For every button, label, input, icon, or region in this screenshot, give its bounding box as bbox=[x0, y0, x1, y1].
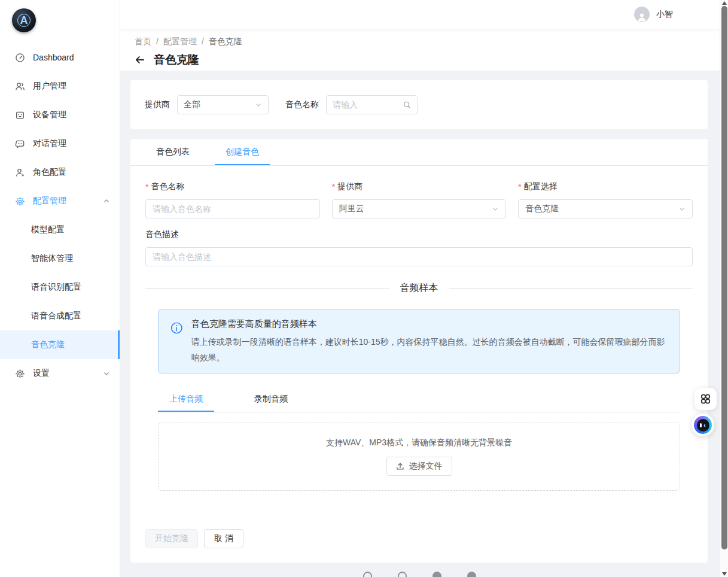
audio-sample-title: 音频样本 bbox=[400, 282, 438, 294]
provider-filter-label: 提供商 bbox=[145, 99, 170, 110]
voice-name-input[interactable] bbox=[153, 204, 313, 214]
voice-name-label: 音色名称 bbox=[151, 181, 184, 192]
assistant-robot-icon: ‹ bbox=[694, 416, 712, 434]
footer-icon-2[interactable] bbox=[398, 572, 407, 577]
chat-icon bbox=[15, 139, 25, 149]
required-mark: * bbox=[145, 182, 148, 192]
sidebar-item-users[interactable]: 用户管理 bbox=[0, 72, 120, 101]
provider-filter-value: 全部 bbox=[184, 99, 200, 110]
voice-name-field bbox=[145, 199, 320, 218]
users-icon bbox=[15, 81, 25, 92]
provider-select[interactable]: 阿里云 bbox=[332, 199, 507, 218]
chevron-down-icon bbox=[103, 370, 110, 377]
gear-icon bbox=[15, 369, 25, 379]
back-button[interactable] bbox=[135, 54, 145, 65]
config-select[interactable]: 音色克隆 bbox=[518, 199, 693, 218]
sidebar-item-label: Dashboard bbox=[33, 53, 110, 62]
logo-a-icon: A bbox=[17, 14, 31, 27]
sidebar-subitem-tts-config[interactable]: 语音合成配置 bbox=[0, 302, 120, 330]
sidebar-item-dashboard[interactable]: Dashboard bbox=[0, 43, 120, 72]
upload-icon bbox=[396, 462, 404, 470]
topbar: 小智 bbox=[120, 0, 720, 29]
sidebar-subitem-label: 音色克隆 bbox=[31, 339, 65, 350]
sidebar-item-roles[interactable]: 角色配置 bbox=[0, 158, 120, 187]
voice-name-filter-label: 音色名称 bbox=[285, 99, 319, 110]
choose-file-label: 选择文件 bbox=[409, 461, 443, 472]
breadcrumb-separator: / bbox=[156, 37, 159, 47]
main-tabs: 音色列表 创建音色 bbox=[130, 139, 708, 166]
dashboard-icon bbox=[15, 53, 25, 63]
sidebar-item-label: 对话管理 bbox=[33, 138, 110, 149]
sidebar-item-label: 配置管理 bbox=[33, 196, 95, 206]
required-mark: * bbox=[518, 182, 521, 192]
voice-name-search-box bbox=[326, 95, 418, 114]
sidebar-item-devices[interactable]: 设备管理 bbox=[0, 101, 120, 129]
config-select-value: 音色克隆 bbox=[525, 204, 559, 214]
sidebar-subitem-asr-config[interactable]: 语音识别配置 bbox=[0, 273, 120, 302]
sidebar-subitem-label: 模型配置 bbox=[31, 224, 65, 235]
sidebar-subitem-agent-management[interactable]: 智能体管理 bbox=[0, 244, 120, 273]
config-select-label: 配置选择 bbox=[524, 181, 558, 192]
sidebar: A Dashboard 用户管理 设备管理 对话管理 角色配置 bbox=[0, 0, 120, 577]
scrollbar-thumb[interactable] bbox=[721, 6, 727, 549]
sidebar-subitem-label: 智能体管理 bbox=[31, 253, 73, 264]
provider-filter-select[interactable]: 全部 bbox=[177, 95, 269, 114]
assistant-robot-button[interactable]: ‹ bbox=[692, 414, 714, 436]
tab-record-audio[interactable]: 录制音频 bbox=[243, 387, 299, 412]
chevron-up-icon bbox=[103, 198, 110, 205]
alert-title: 音色克隆需要高质量的音频样本 bbox=[191, 318, 668, 330]
sidebar-subitem-label: 语音识别配置 bbox=[31, 282, 81, 293]
sidebar-item-config-management[interactable]: 配置管理 bbox=[0, 187, 120, 215]
upload-hint: 支持WAV、MP3格式，请确保音频清晰无背景噪音 bbox=[326, 438, 512, 448]
footer-icon-1[interactable] bbox=[363, 572, 372, 577]
sidebar-subitem-label: 语音合成配置 bbox=[31, 311, 81, 321]
page-header: 首页 / 配置管理 / 音色克隆 音色克隆 bbox=[120, 29, 720, 71]
chevron-down-icon bbox=[492, 205, 499, 212]
scroll-up-arrow[interactable] bbox=[722, 1, 727, 5]
apps-grid-button[interactable] bbox=[695, 388, 717, 410]
sidebar-item-label: 设置 bbox=[33, 368, 95, 379]
description-input[interactable] bbox=[153, 252, 686, 262]
create-voice-form: * 音色名称 * 提供商 阿里云 bbox=[130, 166, 708, 548]
app-logo[interactable]: A bbox=[12, 8, 36, 32]
start-clone-button[interactable]: 开始克隆 bbox=[145, 529, 198, 548]
arrow-left-icon bbox=[135, 54, 145, 65]
user-menu[interactable]: 小智 bbox=[634, 7, 673, 22]
breadcrumb-separator: / bbox=[202, 37, 204, 47]
breadcrumb: 首页 / 配置管理 / 音色克隆 bbox=[135, 37, 720, 47]
breadcrumb-home[interactable]: 首页 bbox=[135, 37, 151, 47]
voice-name-search-input[interactable] bbox=[333, 100, 403, 110]
scrollbar[interactable] bbox=[720, 0, 728, 577]
sidebar-item-label: 角色配置 bbox=[33, 167, 110, 178]
tab-upload-audio[interactable]: 上传音频 bbox=[158, 387, 214, 412]
avatar bbox=[634, 7, 650, 22]
footer-icon-3[interactable] bbox=[432, 572, 441, 577]
audio-sample-divider: 音频样本 bbox=[145, 282, 693, 294]
breadcrumb-current: 音色克隆 bbox=[209, 37, 242, 47]
user-add-icon bbox=[15, 168, 25, 178]
sidebar-item-settings[interactable]: 设置 bbox=[0, 359, 120, 388]
audio-source-tabs: 上传音频 录制音频 bbox=[158, 387, 680, 412]
tab-voice-list[interactable]: 音色列表 bbox=[145, 139, 200, 165]
search-icon[interactable] bbox=[403, 101, 411, 109]
breadcrumb-config-management[interactable]: 配置管理 bbox=[163, 37, 197, 47]
page-title: 音色克隆 bbox=[154, 52, 199, 68]
sidebar-item-conversations[interactable]: 对话管理 bbox=[0, 129, 120, 158]
person-icon bbox=[636, 11, 647, 22]
chevron-down-icon bbox=[678, 205, 686, 212]
footer-icon-4[interactable] bbox=[467, 572, 476, 577]
alert-body: 请上传或录制一段清晰的语音样本，建议时长10-15秒，内容保持平稳自然。过长的音… bbox=[191, 334, 668, 365]
upload-dropzone[interactable]: 支持WAV、MP3格式，请确保音频清晰无背景噪音 选择文件 bbox=[158, 423, 680, 491]
tab-create-voice[interactable]: 创建音色 bbox=[215, 139, 270, 165]
cancel-button[interactable]: 取 消 bbox=[204, 529, 243, 548]
provider-label: 提供商 bbox=[337, 181, 363, 192]
info-icon bbox=[170, 321, 183, 335]
scroll-down-arrow[interactable] bbox=[722, 572, 727, 576]
gear-icon bbox=[15, 196, 25, 206]
voice-clone-card: 音色列表 创建音色 * 音色名称 * 提供商 bbox=[130, 139, 708, 563]
sidebar-subitem-voice-clone[interactable]: 音色克隆 bbox=[0, 330, 120, 359]
choose-file-button[interactable]: 选择文件 bbox=[386, 457, 452, 476]
required-mark: * bbox=[332, 182, 335, 192]
username: 小智 bbox=[656, 9, 673, 20]
sidebar-subitem-model-config[interactable]: 模型配置 bbox=[0, 215, 120, 244]
